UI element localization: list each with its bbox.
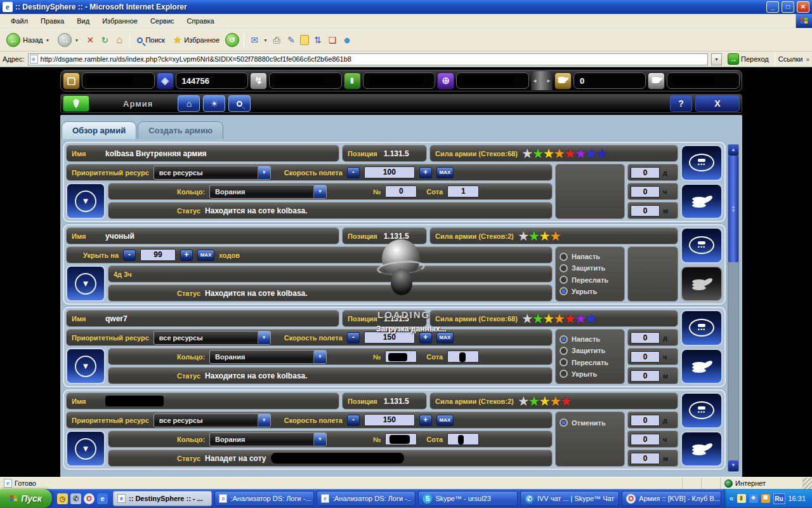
speed-minus-button[interactable]: - <box>347 332 360 344</box>
radio-icon[interactable] <box>560 370 568 378</box>
scrollbar-track[interactable] <box>728 262 738 460</box>
order-radio-Защитить[interactable]: Защитить <box>560 347 620 355</box>
menu-help[interactable]: Справка <box>181 15 220 27</box>
encyclopedia-icon[interactable]: ❏ <box>327 34 338 46</box>
timer-days-field[interactable]: 0 <box>631 415 660 426</box>
speed-field[interactable]: 150 <box>364 414 415 426</box>
favorites-button[interactable]: ★Избранное <box>171 33 222 47</box>
radio-icon[interactable] <box>560 264 568 272</box>
order-radio-Переслать[interactable]: Переслать <box>560 276 620 284</box>
refresh-icon[interactable]: ↻ <box>99 34 110 46</box>
scroll-up-icon[interactable]: ▲ <box>728 145 738 156</box>
task-analyzer-2[interactable]: e:Анализатор DS: Логи -.. <box>317 491 416 506</box>
forward-button[interactable]: →▼ <box>55 32 81 48</box>
tray-battery-icon[interactable]: ▮ <box>737 494 746 503</box>
links-chevron-icon[interactable]: » <box>806 56 809 63</box>
start-button[interactable]: Пуск <box>0 489 52 508</box>
army-resources-button[interactable] <box>681 431 723 467</box>
radio-icon[interactable] <box>560 276 568 284</box>
hide-moves-field[interactable]: 99 <box>140 249 176 261</box>
timer-hours-field[interactable]: 0 <box>631 186 660 197</box>
menu-view[interactable]: Вид <box>71 15 95 27</box>
links-label[interactable]: Ссылки <box>778 55 803 63</box>
scrollbar-thumb[interactable]: ▲▼ <box>728 156 738 262</box>
cell-field[interactable]: 1 <box>447 185 479 197</box>
ie-quicklaunch-icon[interactable]: e <box>97 493 108 504</box>
sun-button[interactable]: ☀ <box>203 95 225 112</box>
cell-field[interactable] <box>447 351 479 363</box>
hide-max-button[interactable]: MAX <box>197 250 214 261</box>
speed-field[interactable]: 100 <box>364 166 415 178</box>
speed-plus-button[interactable]: + <box>419 332 432 344</box>
order-radio-Переслать[interactable]: Переслать <box>560 358 620 366</box>
army-shield-icon[interactable] <box>63 95 89 112</box>
tab-create-army[interactable]: Создать армию <box>138 121 223 139</box>
order-radio-Отменить[interactable]: Отменить <box>560 418 620 427</box>
expand-army-button[interactable]: ▼ <box>66 348 105 384</box>
speed-max-button[interactable]: MAX <box>436 167 454 178</box>
tray-chevron-icon[interactable]: « <box>730 494 734 503</box>
timer-hours-field[interactable]: 0 <box>631 351 660 363</box>
order-radio-Напасть[interactable]: Напасть <box>560 335 620 344</box>
menu-edit[interactable]: Правка <box>35 15 70 27</box>
timer-minutes-field[interactable]: 0 <box>631 453 660 464</box>
timer-minutes-field[interactable]: 0 <box>631 205 660 217</box>
menu-favorites[interactable]: Избранное <box>96 15 143 27</box>
cell-field[interactable] <box>447 433 479 445</box>
expand-army-button[interactable]: ▼ <box>66 431 105 467</box>
ring-number-field[interactable] <box>385 351 417 363</box>
timer-minutes-field[interactable]: 0 <box>631 370 660 382</box>
radio-icon[interactable] <box>560 287 568 295</box>
army-units-button[interactable]: ••• <box>681 227 723 264</box>
language-indicator[interactable]: Ru <box>773 493 785 504</box>
search-button[interactable]: Поиск <box>134 35 167 45</box>
order-radio-Защитить[interactable]: Защитить <box>560 264 620 272</box>
timer-days-field[interactable]: 0 <box>631 167 660 178</box>
phone-quicklaunch-icon[interactable]: ✆ <box>70 493 81 504</box>
speed-max-button[interactable]: MAX <box>436 415 454 426</box>
timer-hours-field[interactable]: 0 <box>631 434 660 445</box>
army-list-scrollbar[interactable]: ▲ ▲▼ ▼ <box>728 144 739 472</box>
task-opera-army[interactable]: OАрмия :: [KVB] - Клуб В... <box>622 491 721 506</box>
go-button[interactable]: →Переход <box>725 53 771 65</box>
ring-select[interactable]: Ворания▼ <box>209 432 327 446</box>
tab-army-overview[interactable]: Обзор армий <box>62 121 136 139</box>
timer-days-field[interactable]: 0 <box>631 332 660 344</box>
home-icon[interactable]: ⌂ <box>114 34 125 46</box>
opera-quicklaunch-icon[interactable]: O <box>84 493 95 504</box>
search-unit-button[interactable] <box>228 95 251 112</box>
army-resources-button[interactable] <box>681 184 723 220</box>
speed-plus-button[interactable]: + <box>419 167 432 178</box>
task-skype-chat[interactable]: ✆IVV чат ... | Skype™ Чат <box>520 491 619 506</box>
radio-icon[interactable] <box>560 418 568 427</box>
hide-minus-button[interactable]: - <box>123 250 136 261</box>
order-radio-Укрыть[interactable]: Укрыть <box>560 370 620 378</box>
notes-icon[interactable] <box>300 35 309 45</box>
expand-army-button[interactable]: ▼ <box>66 265 105 302</box>
resource-bar-slider[interactable]: ◄► <box>531 71 553 90</box>
task-analyzer-1[interactable]: e:Анализатор DS: Логи -... <box>214 491 313 506</box>
radio-icon[interactable] <box>560 335 568 344</box>
clock-quicklaunch-icon[interactable]: ◷ <box>57 493 68 504</box>
close-game-button[interactable]: X <box>695 95 740 112</box>
help-button[interactable]: ? <box>670 95 692 112</box>
task-skype[interactable]: SSkype™ - ursul23 <box>418 491 517 506</box>
mail-icon[interactable]: ✉ <box>249 34 260 46</box>
menu-tools[interactable]: Сервис <box>145 15 180 27</box>
back-button[interactable]: ←Назад▼ <box>4 32 52 48</box>
ring-number-field[interactable]: 0 <box>385 185 417 197</box>
menu-file[interactable]: Файл <box>5 15 34 27</box>
order-radio-Укрыть[interactable]: Укрыть <box>560 287 620 295</box>
history-icon[interactable]: ↺ <box>225 33 239 47</box>
address-input[interactable]: e http://dsgame.rambler.ru/ds/index.php?… <box>28 53 708 65</box>
radio-icon[interactable] <box>560 358 568 366</box>
maximize-button[interactable]: □ <box>782 1 794 13</box>
army-units-button[interactable]: ••• <box>681 145 723 181</box>
priority-resource-select[interactable]: все ресурсы▼ <box>154 413 271 427</box>
speed-minus-button[interactable]: - <box>347 167 360 178</box>
stop-icon[interactable]: ✕ <box>84 34 96 46</box>
radio-icon[interactable] <box>560 253 568 261</box>
hide-plus-button[interactable]: + <box>180 250 193 261</box>
speed-max-button[interactable]: MAX <box>436 332 454 344</box>
building-button[interactable]: ⌂ <box>178 95 200 112</box>
